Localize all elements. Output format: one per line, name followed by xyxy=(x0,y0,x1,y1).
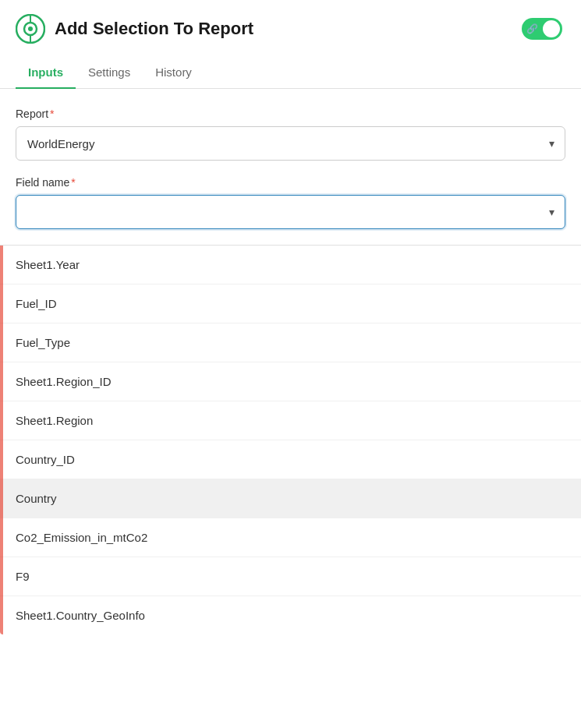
dropdown-item-fuel-id[interactable]: Fuel_ID xyxy=(0,284,581,323)
report-field-group: Report* WorldEnergy ▾ xyxy=(16,108,565,161)
tab-inputs[interactable]: Inputs xyxy=(16,56,76,88)
dropdown-item-sheet1-region[interactable]: Sheet1.Region xyxy=(0,401,581,440)
field-name-label: Field name* xyxy=(16,176,565,189)
dropdown-item-fuel-type[interactable]: Fuel_Type xyxy=(0,323,581,362)
form-content: Report* WorldEnergy ▾ Field name* ▾ xyxy=(0,89,581,229)
toggle-container: 🔗 xyxy=(522,18,562,40)
field-name-field-group: Field name* ▾ xyxy=(16,176,565,229)
header: Add Selection To Report 🔗 xyxy=(0,0,581,56)
report-select-wrapper: WorldEnergy ▾ xyxy=(16,126,565,161)
field-name-select[interactable] xyxy=(16,195,565,229)
dropdown-item-co2-emission[interactable]: Co2_Emission_in_mtCo2 xyxy=(0,518,581,557)
dropdown-item-sheet1-year[interactable]: Sheet1.Year xyxy=(0,246,581,284)
dropdown-item-sheet1-region-id[interactable]: Sheet1.Region_ID xyxy=(0,362,581,401)
header-left: Add Selection To Report xyxy=(16,14,253,44)
tab-history[interactable]: History xyxy=(143,56,204,88)
toggle-knob xyxy=(543,20,560,37)
app-container: Add Selection To Report 🔗 Inputs Setting… xyxy=(0,0,581,728)
tab-settings[interactable]: Settings xyxy=(76,56,143,88)
dropdown-scroll-area[interactable]: Sheet1.Year Fuel_ID Fuel_Type Sheet1.Reg… xyxy=(0,246,581,634)
field-name-select-wrapper: ▾ xyxy=(16,195,565,229)
link-icon: 🔗 xyxy=(526,23,538,34)
report-select[interactable]: WorldEnergy xyxy=(16,126,565,161)
dropdown-list: Sheet1.Year Fuel_ID Fuel_Type Sheet1.Reg… xyxy=(0,245,581,634)
left-accent-decoration xyxy=(0,246,3,634)
dropdown-item-country-id[interactable]: Country_ID xyxy=(0,440,581,479)
dropdown-item-country[interactable]: Country xyxy=(0,479,581,518)
connection-toggle[interactable]: 🔗 xyxy=(522,18,562,40)
tabs-container: Inputs Settings History xyxy=(0,56,581,89)
app-logo-icon xyxy=(16,14,45,44)
dropdown-item-sheet1-country-geoinfo[interactable]: Sheet1.Country_GeoInfo xyxy=(0,596,581,634)
report-label: Report* xyxy=(16,108,565,120)
dropdown-item-f9[interactable]: F9 xyxy=(0,557,581,596)
svg-point-2 xyxy=(28,27,33,31)
page-title: Add Selection To Report xyxy=(55,19,253,39)
